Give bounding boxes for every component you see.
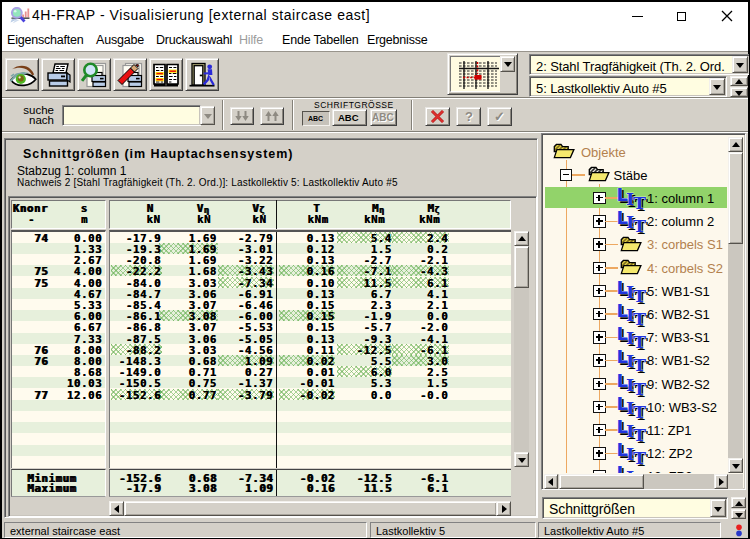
table-vscroll-down[interactable] <box>514 452 529 467</box>
tree-item-5-wb1-s1[interactable]: L L I I T T 5: WB1-S1 <box>544 279 728 302</box>
search-dropdown[interactable] <box>200 106 215 125</box>
tree-item-3-corbels-s1[interactable]: 3: corbels S1 <box>544 233 728 256</box>
tree-hscrollbar[interactable] <box>544 474 728 489</box>
tree-item-1-column-1[interactable]: L L I I T T 1: column 1 <box>544 186 728 209</box>
tree-expand-box[interactable] <box>593 331 606 344</box>
fontsize-medium-button[interactable]: ABC <box>332 109 367 126</box>
table-row-right <box>110 445 512 456</box>
tree-expand-box[interactable] <box>593 447 606 460</box>
tree-item-st-be[interactable]: Stäbe <box>544 163 728 186</box>
tree-hscroll-left[interactable] <box>544 474 558 489</box>
lastkollektiv-combo[interactable]: 5: Lastkollektiv Auto #5 <box>529 76 727 97</box>
tree-item-4-corbels-s2[interactable]: 4: corbels S2 <box>544 256 728 279</box>
tree-expand-box[interactable] <box>593 192 606 205</box>
table-vscroll-thumb[interactable] <box>514 246 529 288</box>
table-row-right <box>110 411 512 422</box>
span: ABC <box>308 115 323 122</box>
table-style-combo[interactable] <box>447 53 518 95</box>
table-hscroll-thumb[interactable] <box>124 501 497 516</box>
table-hscrollbar[interactable] <box>109 501 511 516</box>
view-eye-button[interactable] <box>5 58 39 91</box>
table-row-right: -85.43.07-6.460.152.32.1 <box>110 299 512 310</box>
tree-item-13-zp3[interactable]: L L I I T T 13: ZP3 <box>544 465 728 473</box>
tree-hscroll-thumb[interactable] <box>559 474 644 489</box>
tree-item-9-wb2-s2[interactable]: L L I I T T 9: WB2-S2 <box>544 372 728 395</box>
minimize-button[interactable] <box>615 2 660 29</box>
print-preview-button[interactable] <box>77 58 111 91</box>
search-input[interactable] <box>62 105 201 126</box>
dis-glyph: ABC <box>372 112 394 123</box>
close-button[interactable] <box>705 2 750 29</box>
table-hscroll-right[interactable] <box>496 501 511 516</box>
arrow-down-icon <box>735 513 743 518</box>
tree-expand-box[interactable] <box>593 401 606 414</box>
nachweis-combo[interactable]: 2: Stahl Tragfähigkeit (Th. 2. Ord. <box>529 54 750 75</box>
tree-expand-box[interactable] <box>593 215 606 228</box>
tree-expand-box[interactable] <box>593 285 606 298</box>
tree-vscrollbar[interactable] <box>728 137 743 473</box>
menu-ergebnisse[interactable]: Ergebnisse <box>367 33 428 47</box>
table-row-left: 10.03 <box>12 377 105 388</box>
search-down-button[interactable] <box>230 107 254 125</box>
menu-druckauswahl[interactable]: Druckauswahl <box>156 33 232 47</box>
table-row-left <box>12 456 105 467</box>
exit-button[interactable] <box>185 58 219 91</box>
result-spinner-down[interactable] <box>731 509 746 520</box>
table-style-scroll[interactable] <box>500 56 515 92</box>
result-spinner-up[interactable] <box>731 497 746 508</box>
result-type-dropdown[interactable] <box>710 499 726 517</box>
print-button[interactable] <box>41 58 75 91</box>
table-row-left <box>12 433 105 444</box>
tree-expand-box[interactable] <box>593 238 606 251</box>
table-row-right: -20.81.69-3.220.13-2.7-2.1 <box>110 254 512 265</box>
tree-vscroll-thumb[interactable] <box>728 152 743 244</box>
tables-book-button[interactable] <box>149 58 183 91</box>
close-table-button[interactable] <box>425 107 450 126</box>
tree-vscroll-down[interactable] <box>728 458 743 473</box>
tree-item-7-wb3-s1[interactable]: L L I I T T 7: WB3-S1 <box>544 326 728 349</box>
tree-collapse-box[interactable] <box>560 169 573 182</box>
print-select-button[interactable] <box>113 58 147 91</box>
tree-item-10-wb3-s2[interactable]: L L I I T T 10: WB3-S2 <box>544 395 728 418</box>
lastkollektiv-spinner[interactable] <box>730 76 748 97</box>
menu-hilfe[interactable]: Hilfe <box>239 33 263 47</box>
tree-expand-box[interactable] <box>593 354 606 367</box>
tree-expand-box[interactable] <box>593 308 606 321</box>
menu-eigenschaften[interactable]: Eigenschaften <box>7 33 84 47</box>
tree-item-11-zp1[interactable]: L L I I T T 11: ZP1 <box>544 418 728 441</box>
fontsize-small-button[interactable]: ABC <box>302 111 330 126</box>
search-up-button[interactable] <box>260 107 284 125</box>
tree-expand-box[interactable] <box>593 262 606 275</box>
nachweis-combo-dropdown[interactable] <box>732 56 748 73</box>
menu-ausgabe[interactable]: Ausgabe <box>96 33 144 47</box>
tree-hscroll-right[interactable] <box>714 474 728 489</box>
tree-item-label: 1: column 1 <box>647 191 714 206</box>
tree-vscroll-up[interactable] <box>728 137 743 152</box>
table-vscrollbar[interactable] <box>514 231 529 467</box>
result-type-combo[interactable]: Schnittgrößen <box>542 497 728 519</box>
tree-item-8-wb1-s2[interactable]: L L I I T T 8: WB1-S2 <box>544 349 728 372</box>
tree-item-objekte[interactable]: Objekte <box>544 140 728 163</box>
result-type-spinner[interactable] <box>731 497 746 519</box>
tree-expand-box[interactable] <box>593 378 606 391</box>
table-vscroll-up[interactable] <box>514 231 529 246</box>
groove-h <box>2 97 748 99</box>
spinner-down-button[interactable] <box>730 87 748 97</box>
spinner-up-button[interactable] <box>730 76 748 86</box>
tree-item-12-zp2[interactable]: L L I I T T 12: ZP2 <box>544 442 728 465</box>
lastkollektiv-combo-dropdown[interactable] <box>709 78 725 95</box>
help-question-button[interactable]: ? <box>456 107 481 126</box>
table-hscroll-left[interactable] <box>109 501 124 516</box>
tree-expand-box[interactable] <box>593 424 606 437</box>
tree-expand-box[interactable] <box>593 470 606 473</box>
table-row-left: 754.00 <box>12 265 105 276</box>
tree-item-6-wb2-s1[interactable]: L L I I T T 6: WB2-S1 <box>544 302 728 325</box>
lastkollektiv-combo-value: 5: Lastkollektiv Auto #5 <box>536 81 667 96</box>
maximize-button[interactable] <box>660 2 705 29</box>
confirm-button[interactable]: ✓ <box>487 107 512 126</box>
menu-ende-tabellen[interactable]: Ende Tabellen <box>282 33 358 47</box>
tree-item-2-column-2[interactable]: L L I I T T 2: column 2 <box>544 210 728 233</box>
fontsize-large-button[interactable]: ABC <box>370 109 397 126</box>
table-row-right <box>110 400 512 411</box>
table-row-left: 754.00 <box>12 277 105 288</box>
